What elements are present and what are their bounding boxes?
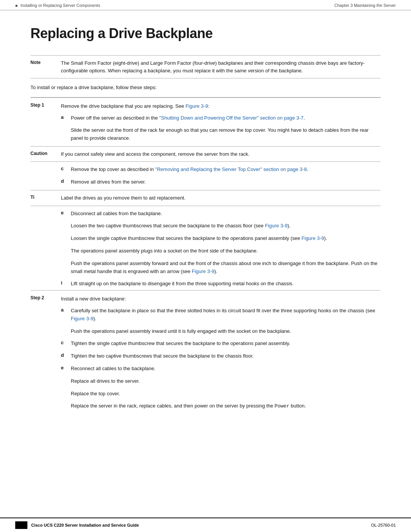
step2-label: Step 2 xyxy=(30,295,61,300)
step2d-label: d xyxy=(61,352,71,358)
note-label: Note xyxy=(30,59,61,65)
step1a-cont: Slide the server out the front of the ra… xyxy=(71,124,381,145)
step1a-row: a Power off the server as described in t… xyxy=(61,112,381,125)
header-right-text: Chapter 3 Maintaining the Server xyxy=(335,3,396,8)
page-footer: Cisco UCS C220 Server Installation and S… xyxy=(0,518,411,532)
tip-box: Ti Label the drives as you remove them t… xyxy=(30,190,381,206)
step1i-text: Lift straight up on the backplane to dis… xyxy=(71,280,381,288)
header-left: ■ Installing or Replacing Server Compone… xyxy=(15,3,100,8)
step1i-label: i xyxy=(61,280,71,286)
step1-label: Step 1 xyxy=(30,102,61,108)
top-cover-link[interactable]: "Removing and Replacing the Server Top C… xyxy=(155,166,307,172)
figure-3-9-link-3[interactable]: Figure 3-9 xyxy=(301,235,324,241)
step2a-cont: Push the operations panel assembly inwar… xyxy=(71,325,381,338)
step2c-text: Tighten the single captive thumbscrew th… xyxy=(71,340,381,348)
step2d-row: d Tighten the two captive thumbscrews th… xyxy=(61,350,381,363)
step1c-row: c Remove the top cover as described in "… xyxy=(61,163,381,176)
step1e-cont3: The operations panel assembly plugs into… xyxy=(71,245,381,257)
step2-cont2: Replace the top cover. xyxy=(71,388,381,400)
caution-box: Caution If you cannot safely view and ac… xyxy=(30,146,381,162)
footer-page: OL-25760-01 xyxy=(371,523,396,527)
step2-cont1: Replace all drives to the server. xyxy=(71,375,381,388)
step1-text: Remove the drive backplane that you are … xyxy=(61,102,381,110)
step2e-row: e Reconnect all cables to the backplane. xyxy=(61,363,381,375)
caution-label: Caution xyxy=(30,150,61,156)
footer-left: Cisco UCS C220 Server Installation and S… xyxy=(15,521,139,529)
step1e-cont2: Loosen the single captive thumbscrew tha… xyxy=(71,232,381,245)
step2-substeps: a Carefully set the backplane in place s… xyxy=(61,305,381,413)
step1-row: Step 1 Remove the drive backplane that y… xyxy=(30,97,381,112)
tip-text: Label the drives as you remove them to a… xyxy=(61,194,381,202)
step1e-container: e Disconnect all cables from the backpla… xyxy=(61,208,381,291)
note-text: The Small Form Factor (eight-drive) and … xyxy=(61,59,381,74)
shutting-down-link[interactable]: "Shutting Down and Powering Off the Serv… xyxy=(159,115,303,121)
page-title: Replacing a Drive Backplane xyxy=(30,26,381,42)
step2d-text: Tighten the two captive thumbscrews that… xyxy=(71,352,381,360)
step1e-row: e Disconnect all cables from the backpla… xyxy=(61,208,381,220)
step2e-label: e xyxy=(61,365,71,371)
step1c-label: c xyxy=(61,166,71,171)
step1d-label: d xyxy=(61,178,71,184)
header-left-text: Installing or Replacing Server Component… xyxy=(21,3,100,8)
power-mono: Power xyxy=(274,403,289,409)
figure-3-9-link-4[interactable]: Figure 3-9 xyxy=(192,268,214,274)
step2c-label: c xyxy=(61,340,71,345)
step1e-label: e xyxy=(61,210,71,216)
step2-text: Install a new drive backplane: xyxy=(61,295,381,303)
step1a-container: a Power off the server as described in t… xyxy=(61,112,381,145)
figure-3-9-link-1[interactable]: Figure 3-9 xyxy=(185,103,208,109)
figure-3-9-link-5[interactable]: Figure 3-9 xyxy=(71,316,93,321)
step1c-container: c Remove the top cover as described in "… xyxy=(61,163,381,189)
step1d-row: d Remove all drives from the server. xyxy=(61,176,381,189)
footer-title: Cisco UCS C220 Server Installation and S… xyxy=(31,523,139,527)
step2e-text: Reconnect all cables to the backplane. xyxy=(71,365,381,373)
figure-3-9-link-2[interactable]: Figure 3-9 xyxy=(265,223,287,228)
step1c-text: Remove the top cover as described in "Re… xyxy=(71,166,381,174)
intro-paragraph: To install or replace a drive backplane,… xyxy=(30,78,381,97)
step1a-label: a xyxy=(61,114,71,120)
step2a-row: a Carefully set the backplane in place s… xyxy=(61,305,381,325)
tip-label: Ti xyxy=(30,194,61,200)
main-content: Replacing a Drive Backplane Note The Sma… xyxy=(0,10,411,436)
step1a-text: Power off the server as described in the… xyxy=(71,114,381,122)
note-box: Note The Small Form Factor (eight-drive)… xyxy=(30,55,381,78)
caution-text: If you cannot safely view and access the… xyxy=(61,150,381,158)
step2c-row: c Tighten the single captive thumbscrew … xyxy=(61,337,381,350)
footer-black-rect xyxy=(15,521,27,529)
step1e-cont4: Push the operations panel assembly forwa… xyxy=(71,257,381,278)
step2-cont3: Replace the server in the rack, replace … xyxy=(71,400,381,413)
step1i-row: i Lift straight up on the backplane to d… xyxy=(61,278,381,290)
step2a-label: a xyxy=(61,307,71,313)
page-header: ■ Installing or Replacing Server Compone… xyxy=(0,0,411,10)
step2a-text: Carefully set the backplane in place so … xyxy=(71,307,381,323)
step1e-cont1: Loosen the two captive thumbscrews that … xyxy=(71,220,381,232)
header-bullet: ■ xyxy=(15,3,18,8)
step1d-text: Remove all drives from the server. xyxy=(71,178,381,186)
step2-row: Step 2 Install a new drive backplane: xyxy=(30,290,381,305)
step1e-text: Disconnect all cables from the backplane… xyxy=(71,210,381,218)
